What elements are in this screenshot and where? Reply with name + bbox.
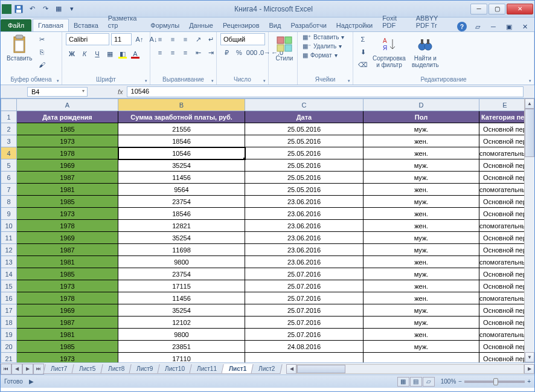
align-left-icon[interactable]: ≡ [154,47,166,59]
ribbon-tab-8[interactable]: Надстройки [332,19,377,31]
sheet-tab-Лист9[interactable]: Лист9 [129,364,161,374]
cell-E20[interactable]: Основной пер [479,341,531,353]
delete-cells-button[interactable]: ▦⁻Удалить ▾ [301,42,343,50]
bold-icon[interactable]: Ж [66,48,78,60]
increase-font-icon[interactable]: A↑ [133,33,146,45]
cell-D3[interactable]: жен. [364,135,479,147]
save-icon[interactable] [14,4,24,14]
underline-icon[interactable]: Ч [91,48,103,60]
sheet-tab-Лист2[interactable]: Лист2 [251,364,283,374]
cell-A15[interactable]: 1973 [17,280,118,292]
italic-icon[interactable]: К [78,48,91,60]
paste-button[interactable]: Вставить [4,33,34,63]
page-layout-view-icon[interactable]: ▤ [410,377,422,387]
cell-C20[interactable]: 24.08.2016 [245,341,364,353]
row-header-7[interactable]: 7 [1,184,17,196]
row-header-10[interactable]: 10 [1,220,17,232]
fill-icon[interactable]: ⬇ [357,46,369,58]
ribbon-tab-1[interactable]: Вставка [69,19,103,31]
ribbon-minimize-icon[interactable]: ▱ [473,22,482,31]
scroll-down-icon[interactable]: ▼ [525,352,534,362]
sheet-tab-Лист5[interactable]: Лист5 [72,364,104,374]
cell-C10[interactable]: 23.06.2016 [245,220,364,232]
percent-icon[interactable]: % [233,47,245,59]
cell-C9[interactable]: 23.06.2016 [245,208,364,220]
cell-A11[interactable]: 1969 [17,232,118,244]
row-header-6[interactable]: 6 [1,172,17,184]
cell-B20[interactable]: 23851 [118,341,245,353]
col-header-E[interactable]: E [479,99,531,111]
insert-cells-button[interactable]: ▦⁺Вставить ▾ [301,33,345,41]
cell-B16[interactable]: 11456 [118,292,245,304]
cell-A18[interactable]: 1987 [17,316,118,329]
sheet-nav-last-icon[interactable]: ⏭ [33,364,44,374]
table-header-cell[interactable]: Сумма заработной платы, руб. [118,111,245,123]
cell-C14[interactable]: 25.07.2016 [245,268,364,280]
cell-D14[interactable]: муж. [364,268,479,280]
cell-E4[interactable]: спомогательный [479,147,531,159]
number-format-select[interactable] [220,33,265,45]
cell-D13[interactable]: жен. [364,256,479,268]
cell-E9[interactable]: Основной пер [479,208,531,220]
cell-D17[interactable]: муж. [364,304,479,316]
doc-restore-icon[interactable]: ▣ [504,22,514,31]
vertical-scrollbar[interactable]: ▲ ▼ [524,98,534,362]
redo-icon[interactable]: ↷ [40,4,50,14]
formula-input[interactable]: 10546 [127,86,524,97]
cell-E14[interactable]: Основной пер [479,268,531,280]
cell-B17[interactable]: 35254 [118,304,245,316]
format-cells-button[interactable]: ▦Формат ▾ [301,51,339,59]
cell-D5[interactable]: муж. [364,159,479,172]
sheet-tab-Лист10[interactable]: Лист10 [157,364,192,374]
cell-C11[interactable]: 23.06.2016 [245,232,364,244]
cell-B19[interactable]: 9800 [118,329,245,341]
cell-D7[interactable]: жен. [364,184,479,196]
autosum-icon[interactable]: Σ [357,33,369,45]
maximize-button[interactable]: ▢ [489,4,505,14]
col-header-C[interactable]: C [245,99,364,111]
font-name-select[interactable] [66,33,109,45]
row-header-5[interactable]: 5 [1,159,17,172]
row-header-4[interactable]: 4 [1,147,17,159]
ribbon-tab-5[interactable]: Рецензиров [218,19,264,31]
table-header-cell[interactable]: Дата рождения [17,111,118,123]
copy-icon[interactable]: ⎘ [36,46,48,58]
cell-B14[interactable]: 23754 [118,268,245,280]
ribbon-tab-7[interactable]: Разработчи [286,19,331,31]
cell-D10[interactable]: жен. [364,220,479,232]
cell-D18[interactable]: муж. [364,316,479,329]
cell-A9[interactable]: 1973 [17,208,118,220]
cell-E3[interactable]: Основной пер [479,135,531,147]
align-middle-icon[interactable]: ≡ [167,33,179,45]
cell-D2[interactable]: муж. [364,123,479,135]
row-header-16[interactable]: 16 [1,292,17,304]
macro-record-icon[interactable]: ▶ [29,378,34,385]
cell-D15[interactable]: жен. [364,280,479,292]
cell-A19[interactable]: 1981 [17,329,118,341]
cell-A3[interactable]: 1973 [17,135,118,147]
cell-A2[interactable]: 1985 [17,123,118,135]
decrease-indent-icon[interactable]: ⇤ [192,47,204,59]
cell-E10[interactable]: спомогательный [479,220,531,232]
cell-A13[interactable]: 1981 [17,256,118,268]
cell-E17[interactable]: Основной пер [479,304,531,316]
clear-icon[interactable]: ⌫ [357,59,369,71]
cell-E6[interactable]: Основной пер [479,172,531,184]
zoom-slider[interactable] [464,381,525,383]
increase-indent-icon[interactable]: ⇥ [205,47,217,59]
cell-A7[interactable]: 1981 [17,184,118,196]
cell-C16[interactable]: 25.07.2016 [245,292,364,304]
format-painter-icon[interactable]: 🖌 [36,59,48,71]
name-box[interactable]: B4 [27,87,88,97]
sheet-tab-Лист7[interactable]: Лист7 [43,364,75,374]
align-center-icon[interactable]: ≡ [167,47,179,59]
align-bottom-icon[interactable]: ≡ [179,33,191,45]
row-header-2[interactable]: 2 [1,123,17,135]
cell-A12[interactable]: 1987 [17,244,118,256]
wrap-text-icon[interactable]: ↵ [205,33,217,45]
cell-B5[interactable]: 35254 [118,159,245,172]
cell-C3[interactable]: 25.05.2016 [245,135,364,147]
cell-C2[interactable]: 25.05.2016 [245,123,364,135]
doc-minimize-icon[interactable]: ─ [489,22,498,31]
ribbon-tab-2[interactable]: Разметка стр [103,12,146,31]
